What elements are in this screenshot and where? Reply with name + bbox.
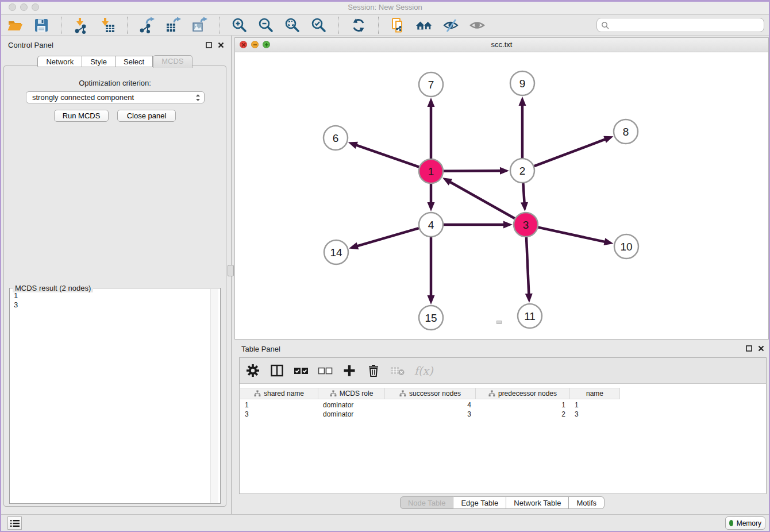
- criterion-select[interactable]: strongly connected component: [26, 91, 205, 103]
- table-cell: 1: [476, 400, 570, 410]
- import-table-button[interactable]: [98, 17, 117, 34]
- graph-edge-1-2[interactable]: [444, 171, 502, 171]
- houses-icon: [415, 17, 434, 34]
- graph-edge-1-6[interactable]: [355, 145, 419, 167]
- zoom-selected-icon: [310, 17, 328, 34]
- close-panel-button[interactable]: Close panel: [117, 110, 176, 122]
- eye-icon: [469, 17, 486, 34]
- network-window-title: scc.txt: [235, 40, 768, 49]
- titlebar: Session: New Session: [0, 0, 770, 15]
- table-header-row: shared name MCDS role successor nodes pr…: [240, 388, 620, 399]
- graph-node-label: 11: [524, 310, 536, 322]
- function-builder-button[interactable]: f(x): [414, 363, 433, 378]
- save-session-button[interactable]: [32, 17, 51, 34]
- graph-edge-3-10[interactable]: [538, 228, 606, 242]
- close-panel-icon[interactable]: [218, 42, 224, 48]
- graph-node-label: 14: [330, 246, 342, 259]
- graph-edge-arrow: [348, 142, 358, 149]
- column-tree-icon: [254, 390, 261, 397]
- open-folder-icon: [6, 17, 24, 34]
- close-panel-icon[interactable]: [758, 345, 764, 352]
- table-row[interactable]: 3dominator323: [240, 410, 620, 419]
- fx-icon: f(x): [414, 364, 433, 377]
- zoom-fit-button[interactable]: [283, 17, 302, 34]
- run-mcds-button[interactable]: Run MCDS: [54, 110, 109, 122]
- zoom-out-button[interactable]: [257, 17, 275, 34]
- column-header-successor-nodes[interactable]: successor nodes: [385, 388, 476, 399]
- export-network-button[interactable]: [138, 17, 156, 34]
- float-panel-icon[interactable]: [206, 42, 212, 48]
- delete-column-button[interactable]: [366, 363, 381, 378]
- select-all-button[interactable]: [294, 363, 309, 378]
- import-network-icon: [72, 17, 90, 34]
- network-graph[interactable]: 7968124314101511: [235, 52, 768, 339]
- network-canvas[interactable]: 7968124314101511: [235, 52, 768, 339]
- task-history-button[interactable]: [7, 516, 22, 530]
- network-view-window: scc.txt 7968124314101511: [234, 37, 769, 340]
- table-cell: 4: [385, 400, 476, 410]
- delete-table-button[interactable]: [390, 363, 405, 378]
- tab-network-table[interactable]: Network Table: [506, 496, 569, 509]
- graph-node-label: 6: [333, 132, 339, 144]
- tab-select[interactable]: Select: [116, 56, 153, 67]
- tab-edge-table[interactable]: Edge Table: [453, 496, 506, 509]
- export-table-button[interactable]: [164, 17, 183, 34]
- result-line: 1: [14, 291, 18, 300]
- graph-edge-arrow: [525, 294, 533, 303]
- search-input[interactable]: [612, 21, 760, 30]
- zoom-selected-button[interactable]: [310, 17, 328, 34]
- add-column-button[interactable]: [342, 363, 357, 378]
- table-panel-body: f(x) shared name MCDS role: [239, 357, 767, 494]
- canvas-resize-handle[interactable]: [496, 321, 502, 324]
- export-image-button[interactable]: [191, 17, 209, 34]
- toggle-columns-button[interactable]: [270, 363, 284, 378]
- memory-button[interactable]: Memory: [725, 516, 765, 530]
- deselect-all-button[interactable]: [318, 363, 333, 378]
- column-header-mcds-role[interactable]: MCDS role: [318, 388, 385, 399]
- zoom-in-button[interactable]: [230, 17, 249, 34]
- panel-divider-handle[interactable]: [228, 265, 234, 276]
- open-session-button[interactable]: [6, 17, 24, 34]
- first-neighbors-button[interactable]: [415, 17, 434, 34]
- column-header-label: name: [586, 390, 603, 398]
- column-header-label: successor nodes: [409, 390, 461, 398]
- column-header-shared-name[interactable]: shared name: [240, 388, 318, 399]
- search-field[interactable]: [596, 18, 764, 32]
- hide-selected-button[interactable]: [442, 17, 460, 34]
- table-cell: 3: [240, 410, 318, 419]
- float-panel-icon[interactable]: [746, 345, 752, 352]
- export-network-icon: [138, 17, 156, 34]
- tab-network[interactable]: Network: [37, 56, 82, 67]
- toolbar-separator: [127, 17, 128, 34]
- refresh-layout-button[interactable]: [349, 17, 368, 34]
- table-settings-button[interactable]: [245, 363, 260, 378]
- graph-edge-2-3[interactable]: [523, 183, 524, 204]
- graph-node-label: 1: [428, 165, 434, 178]
- result-scrollbar[interactable]: [210, 289, 218, 503]
- column-header-predecessor-nodes[interactable]: predecessor nodes: [476, 388, 570, 399]
- tab-style[interactable]: Style: [82, 56, 116, 67]
- zoom-out-icon: [257, 17, 275, 34]
- graph-node-label: 3: [523, 219, 529, 231]
- column-header-label: shared name: [264, 390, 304, 398]
- table-row[interactable]: 1dominator411: [240, 400, 620, 410]
- clone-network-button[interactable]: [389, 17, 407, 34]
- graph-node-label: 9: [519, 78, 526, 90]
- import-network-button[interactable]: [72, 17, 90, 34]
- column-header-name[interactable]: name: [570, 388, 620, 399]
- refresh-icon: [350, 17, 367, 34]
- graph-edge-3-11[interactable]: [526, 237, 529, 295]
- tab-mcds[interactable]: MCDS: [153, 55, 192, 68]
- column-header-label: predecessor nodes: [498, 390, 557, 398]
- memory-status-dot: [729, 520, 733, 526]
- graph-edge-2-8[interactable]: [534, 139, 607, 167]
- status-bar: [0, 514, 770, 532]
- tab-motifs[interactable]: Motifs: [569, 496, 605, 509]
- graph-edge-4-14[interactable]: [356, 228, 419, 246]
- graph-edge-3-1[interactable]: [449, 182, 514, 219]
- tab-node-table[interactable]: Node Table: [400, 496, 454, 509]
- result-line: 3: [14, 300, 18, 310]
- table-cell: dominator: [318, 410, 385, 419]
- show-all-button[interactable]: [468, 17, 487, 34]
- table-toolbar: f(x): [240, 358, 766, 384]
